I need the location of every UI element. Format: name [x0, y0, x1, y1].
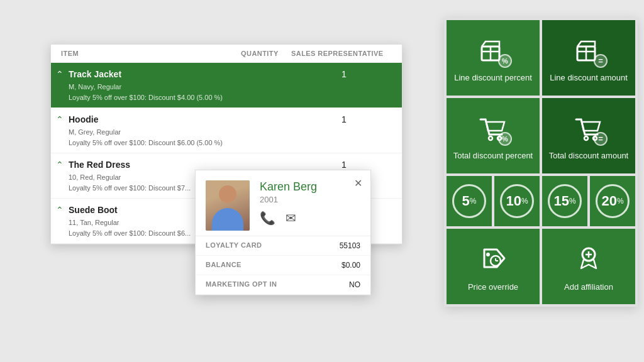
badge-value-20: 20	[601, 193, 616, 209]
item-qty-1: 1	[341, 69, 392, 79]
box-percent-icon: %	[477, 35, 509, 68]
item-sub-1: M, Navy, Regular Loyalty 5% off over $10…	[51, 80, 402, 107]
balance-field: BALANCE $0.00	[196, 256, 370, 275]
tile-label-total-percent: Total discount percent	[453, 151, 533, 162]
item-name-2: Hoodie	[69, 114, 341, 124]
tile-add-affiliation[interactable]: Add affiliation	[542, 229, 635, 304]
tile-label-price-override: Price override	[468, 282, 518, 293]
add-affiliation-icon	[574, 243, 604, 277]
box-equals-icon: =	[572, 35, 605, 68]
badge-value-10: 10	[506, 193, 521, 209]
discount-5-tile[interactable]: 5%	[447, 176, 492, 226]
cart-percent-icon: %	[477, 113, 509, 146]
chevron-icon-1: ⌃	[56, 69, 69, 79]
loyalty-card-field: LOYALTY CARD 55103	[196, 236, 370, 256]
customer-id: 2001	[260, 195, 360, 204]
badge-circle-15: 15%	[548, 184, 582, 218]
action-tile-grid: % Line discount percent = Line discount …	[444, 18, 638, 307]
item-qty-3: 1	[341, 160, 392, 170]
badge-circle-20: 20%	[596, 184, 630, 218]
header-rep: SALES REPRESENTATIVE	[291, 50, 392, 57]
tile-line-discount-percent[interactable]: % Line discount percent	[447, 20, 540, 96]
percent-overlay: %	[498, 54, 512, 68]
equals-overlay: =	[594, 54, 608, 68]
tile-total-discount-percent[interactable]: % Total discount percent	[447, 98, 540, 173]
customer-card: ✕ Karen Berg 2001 📞 ✉ LOYALTY CARD 55103…	[195, 170, 371, 295]
tile-label-line-percent: Line discount percent	[454, 73, 532, 84]
customer-name: Karen Berg	[260, 180, 360, 194]
svg-point-10	[486, 253, 490, 256]
svg-point-8	[584, 136, 588, 140]
item-name-3: The Red Dress	[69, 160, 341, 170]
close-button[interactable]: ✕	[350, 175, 365, 190]
header-item: ITEM	[61, 50, 241, 57]
discount-15-tile[interactable]: 15%	[542, 176, 587, 226]
item-name-1: Track Jacket	[69, 69, 341, 79]
chevron-icon-2: ⌃	[56, 114, 69, 124]
pos-table-header: ITEM QUANTITY SALES REPRESENTATIVE	[51, 45, 402, 63]
avatar	[206, 180, 250, 231]
item-qty-2: 1	[341, 114, 392, 124]
badge-value-15: 15	[553, 193, 569, 209]
email-icon[interactable]: ✉	[286, 211, 296, 226]
item-row-2[interactable]: ⌃ Hoodie 1 M, Grey, Regular Loyalty 5% o…	[51, 108, 402, 153]
cart-percent-overlay: %	[498, 132, 512, 146]
tile-label-line-amount: Line discount amount	[550, 73, 628, 84]
tile-label-total-amount: Total discount amount	[549, 151, 628, 162]
phone-icon[interactable]: 📞	[260, 211, 275, 226]
header-quantity: QUANTITY	[241, 50, 291, 57]
badge-circle-5: 5%	[452, 184, 486, 218]
marketing-field: MARKETING OPT IN NO	[196, 275, 370, 295]
item-sub-2: M, Grey, Regular Loyalty 5% off over $10…	[51, 126, 402, 153]
discount-20-tile[interactable]: 20%	[590, 176, 635, 226]
discount-badge-row: 5% 10% 15% 20%	[447, 176, 635, 226]
cart-equals-overlay: =	[594, 132, 608, 146]
tile-total-discount-amount[interactable]: = Total discount amount	[542, 98, 635, 173]
badge-circle-10: 10%	[500, 184, 534, 218]
svg-point-6	[489, 136, 492, 140]
tile-price-override[interactable]: Price override	[447, 229, 540, 304]
item-row-1[interactable]: ⌃ Track Jacket 1 M, Navy, Regular Loyalt…	[51, 63, 402, 108]
chevron-icon-4: ⌃	[56, 205, 69, 215]
chevron-icon-3: ⌃	[56, 160, 69, 170]
tile-line-discount-amount[interactable]: = Line discount amount	[542, 20, 635, 96]
cart-equals-icon: =	[572, 113, 605, 146]
discount-10-tile[interactable]: 10%	[494, 176, 540, 226]
tile-label-add-affiliation: Add affiliation	[564, 282, 613, 293]
badge-value-5: 5	[462, 193, 470, 209]
price-override-icon	[478, 243, 508, 277]
